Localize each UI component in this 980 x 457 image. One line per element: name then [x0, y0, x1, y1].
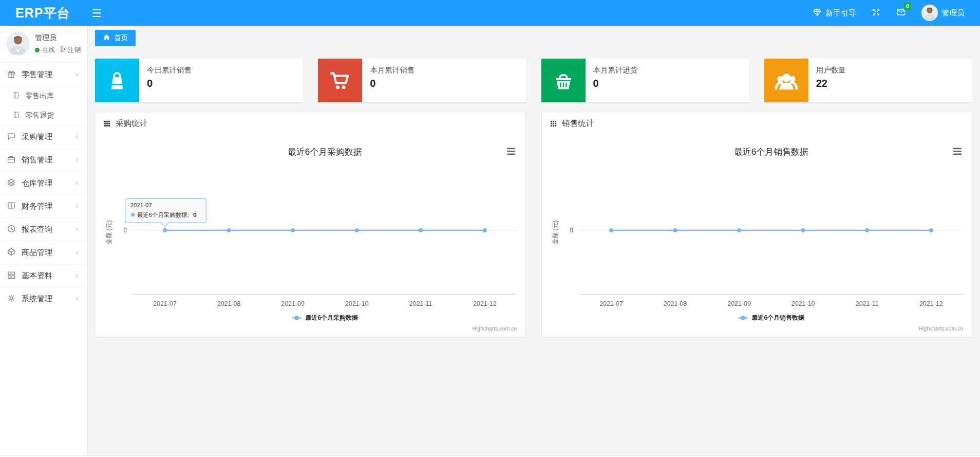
x-tick-label: 2021-07	[153, 301, 177, 308]
sidebar-item-purchase[interactable]: 采购管理	[0, 125, 87, 148]
gift-icon	[7, 69, 16, 80]
stat-card-label: 本月累计进货	[593, 65, 638, 75]
stat-card-value: 0	[147, 78, 192, 89]
clock-icon	[7, 224, 16, 235]
stat-cards-row: 今日累计销售0本月累计销售0本月累计进货0用户数量22	[95, 59, 972, 102]
main-content: 首页 今日累计销售0本月累计销售0本月累计进货0用户数量22 采购统计最近6个月…	[87, 26, 980, 455]
legend-item[interactable]: 最近6个月销售数据	[739, 314, 804, 321]
data-point[interactable]	[865, 228, 869, 232]
navbar-avatar	[921, 5, 938, 21]
x-tick-label: 2021-08	[217, 301, 241, 308]
message-count-badge: 0	[904, 3, 911, 10]
chart-panels-row: 采购统计最近6个月采购数据金额 (元)02021-072021-082021-0…	[95, 112, 972, 337]
chevron-left-icon	[74, 156, 80, 164]
chart-title: 最近6个月采购数据	[288, 147, 362, 157]
data-point[interactable]	[609, 228, 613, 232]
stat-card-value: 0	[593, 78, 638, 89]
x-tick-label: 2021-08	[664, 301, 687, 308]
chevron-left-icon	[74, 202, 80, 211]
sidebar-user-panel: 管理员 在线 注销	[0, 26, 87, 61]
legend-label: 最近6个月销售数据	[752, 314, 804, 321]
sidebar: 管理员 在线 注销 零售管理零售出库零售退货采购管理销售管理仓库管理财务管理报表…	[0, 26, 87, 455]
journal-icon	[12, 92, 20, 101]
sidebar-item-sales[interactable]: 销售管理	[0, 148, 87, 171]
layers-icon	[7, 178, 16, 189]
tooltip-value: 0	[193, 212, 196, 218]
home-icon	[103, 33, 110, 43]
chart-tooltip: 2021-07最近6个月采购数据:0	[125, 198, 206, 227]
tab-home[interactable]: 首页	[95, 30, 136, 46]
sidebar-item-label: 报表查询	[22, 225, 52, 234]
legend-label: 最近6个月采购数据	[306, 314, 358, 321]
logout-button[interactable]: 注销	[60, 46, 81, 54]
stat-card-value: 22	[816, 78, 846, 89]
stat-card-body: 用户数量22	[808, 59, 854, 102]
sidebar-item-finance[interactable]: 财务管理	[0, 194, 87, 217]
purchase-stats-chart: 最近6个月采购数据金额 (元)02021-072021-082021-09202…	[96, 135, 525, 337]
chart-export-menu-icon[interactable]	[953, 148, 962, 155]
bag-icon	[95, 59, 139, 102]
data-point[interactable]	[419, 228, 423, 232]
x-tick-label: 2021-09	[727, 301, 751, 308]
tooltip-series-dot	[131, 213, 135, 216]
data-point[interactable]	[227, 228, 231, 232]
y-tick-label: 0	[123, 227, 127, 234]
data-point[interactable]	[483, 228, 487, 232]
sidebar-toggle-icon[interactable]: ☰	[91, 8, 101, 19]
sidebar-item-goods[interactable]: 商品管理	[0, 241, 87, 264]
x-tick-label: 2021-11	[856, 301, 879, 308]
user-menu[interactable]: 管理员	[921, 5, 965, 21]
data-point[interactable]	[929, 228, 933, 232]
y-axis-title: 金额 (元)	[105, 220, 112, 245]
sidebar-subitem-retail-return[interactable]: 零售退货	[0, 105, 87, 125]
stat-card-label: 今日累计销售	[147, 65, 192, 75]
sidebar-item-retail[interactable]: 零售管理	[0, 63, 87, 86]
data-point[interactable]	[673, 228, 677, 232]
fullscreen-button[interactable]	[872, 8, 881, 19]
data-point[interactable]	[801, 228, 805, 232]
y-axis-title: 金额 (元)	[552, 220, 559, 245]
x-tick-label: 2021-11	[409, 301, 432, 308]
th-large-icon	[7, 270, 16, 281]
guide-button[interactable]: 新手引导	[813, 8, 856, 19]
stat-card-month-sales: 本月累计销售0	[318, 59, 526, 102]
guide-label: 新手引导	[825, 8, 856, 18]
breadcrumb: 首页	[87, 26, 980, 46]
messages-button[interactable]: 0	[896, 7, 906, 19]
sidebar-item-label: 销售管理	[22, 155, 52, 165]
chart-title: 最近6个月销售数据	[734, 147, 808, 157]
x-tick-label: 2021-12	[919, 301, 943, 308]
stat-card-body: 本月累计进货0	[586, 59, 646, 102]
sidebar-item-basic[interactable]: 基本资料	[0, 264, 87, 287]
sidebar-item-warehouse[interactable]: 仓库管理	[0, 171, 87, 194]
navbar-username: 管理员	[941, 8, 965, 18]
data-point[interactable]	[355, 228, 359, 232]
sidebar-item-label: 商品管理	[22, 248, 52, 258]
sidebar-avatar	[6, 32, 30, 56]
stat-card-label: 本月累计销售	[370, 65, 414, 75]
tab-home-label: 首页	[114, 33, 128, 43]
sidebar-item-label: 零售管理	[22, 70, 52, 80]
chevron-down-icon	[74, 70, 80, 79]
th-icon	[103, 120, 111, 127]
x-tick-label: 2021-12	[473, 301, 497, 308]
app-brand: ERP平台	[0, 5, 70, 22]
sidebar-item-label: 仓库管理	[22, 178, 52, 188]
data-point[interactable]	[163, 228, 167, 232]
data-point[interactable]	[737, 228, 741, 232]
sidebar-item-label: 采购管理	[22, 132, 52, 142]
sidebar-item-report[interactable]: 报表查询	[0, 217, 87, 241]
chart-watermark: Highcharts.com.cn	[472, 326, 517, 332]
sidebar-subitem-retail-out[interactable]: 零售出库	[0, 86, 87, 105]
sidebar-subitem-label: 零售出库	[25, 92, 54, 101]
cube-icon	[7, 247, 16, 258]
sign-out-icon	[60, 46, 66, 54]
sidebar-username: 管理员	[35, 33, 81, 43]
chart-svg: 最近6个月采购数据金额 (元)02021-072021-082021-09202…	[96, 135, 525, 337]
chart-svg: 最近6个月销售数据金额 (元)02021-072021-082021-09202…	[542, 135, 972, 337]
data-point[interactable]	[291, 228, 295, 232]
sidebar-item-system[interactable]: 系统管理	[0, 287, 87, 310]
online-status-label: 在线	[42, 46, 55, 54]
chart-export-menu-icon[interactable]	[507, 148, 515, 155]
legend-item[interactable]: 最近6个月采购数据	[292, 314, 358, 321]
